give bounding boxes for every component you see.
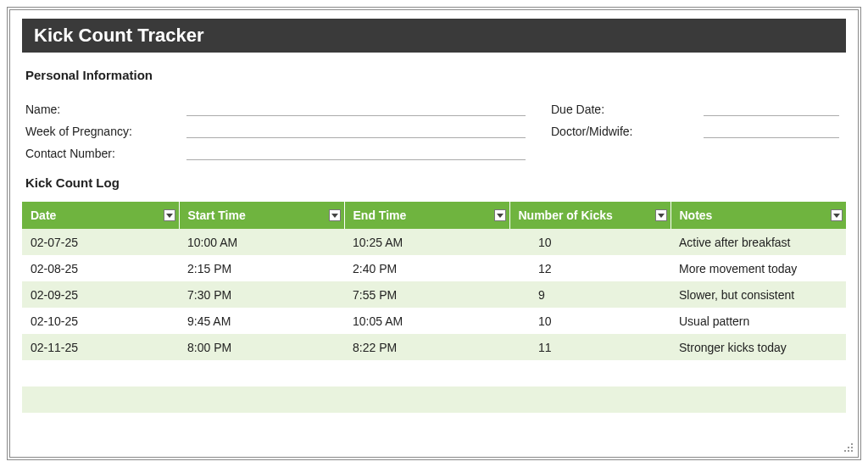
table-row (22, 386, 846, 413)
column-header-notes[interactable]: Notes (670, 202, 846, 229)
table-header-row: Date Start Time End Time Number of Kicks (22, 202, 846, 229)
column-header-start[interactable]: Start Time (179, 202, 344, 229)
cell-notes[interactable]: Usual pattern (670, 308, 846, 334)
input-line-name[interactable] (186, 101, 526, 116)
cell-kicks[interactable]: 9 (509, 281, 670, 308)
cell-end[interactable]: 10:05 AM (344, 308, 509, 334)
info-row-contact: Contact Number: (25, 138, 526, 160)
info-row-week: Week of Pregnancy: (25, 116, 526, 138)
cell-start[interactable]: 9:45 AM (179, 308, 344, 334)
column-header-end[interactable]: End Time (344, 202, 509, 229)
table-row: 02-07-2510:00 AM10:25 AM10Active after b… (22, 229, 846, 255)
cell-end[interactable] (344, 413, 509, 439)
table-row: 02-10-259:45 AM10:05 AM10Usual pattern (22, 308, 846, 334)
svg-rect-5 (851, 450, 853, 452)
input-line-week[interactable] (186, 123, 526, 138)
filter-dropdown-icon[interactable] (494, 209, 506, 221)
cell-date[interactable]: 02-08-25 (22, 255, 179, 281)
svg-rect-4 (848, 450, 849, 452)
column-label: Date (31, 208, 56, 222)
cell-notes[interactable]: Active after breakfast (670, 229, 846, 255)
cell-notes[interactable] (670, 386, 846, 413)
table-row: 02-11-258:00 PM8:22 PM11Stronger kicks t… (22, 334, 846, 360)
cell-kicks[interactable] (509, 386, 670, 413)
info-row-due: Due Date: (551, 94, 843, 116)
input-line-doctor[interactable] (704, 123, 839, 138)
column-header-date[interactable]: Date (22, 202, 179, 229)
filter-dropdown-icon[interactable] (164, 209, 175, 221)
column-label: End Time (353, 208, 407, 222)
cell-start[interactable] (179, 360, 344, 386)
column-header-kicks[interactable]: Number of Kicks (509, 202, 670, 229)
cell-end[interactable]: 8:22 PM (344, 334, 509, 360)
cell-end[interactable] (344, 360, 509, 386)
input-line-contact[interactable] (186, 145, 526, 160)
svg-rect-1 (848, 447, 849, 448)
personal-info-right-column: Due Date: Doctor/Midwife: (551, 94, 843, 160)
info-row-name: Name: (25, 94, 526, 116)
cell-date[interactable] (22, 386, 179, 413)
filter-dropdown-icon[interactable] (329, 209, 341, 221)
table-row (22, 360, 846, 386)
cell-start[interactable]: 8:00 PM (179, 334, 344, 360)
table-row (22, 413, 846, 439)
cell-start[interactable] (179, 386, 344, 413)
column-label: Start Time (188, 208, 246, 222)
cell-start[interactable]: 7:30 PM (179, 281, 344, 308)
label-due: Due Date: (551, 103, 704, 116)
cell-kicks[interactable] (509, 360, 670, 386)
cell-end[interactable]: 10:25 AM (344, 229, 509, 255)
svg-rect-2 (851, 447, 853, 448)
cell-kicks[interactable]: 11 (509, 334, 670, 360)
cell-kicks[interactable] (509, 413, 670, 439)
cell-date[interactable] (22, 360, 179, 386)
cell-kicks[interactable]: 10 (509, 308, 670, 334)
cell-date[interactable]: 02-09-25 (22, 281, 179, 308)
column-label: Number of Kicks (519, 208, 613, 222)
document-outer-frame: Kick Count Tracker Personal Information … (7, 7, 861, 460)
label-doctor: Doctor/Midwife: (551, 125, 704, 138)
cell-notes[interactable] (670, 413, 846, 439)
section-heading-log: Kick Count Log (25, 175, 846, 190)
label-name: Name: (25, 103, 186, 116)
cell-end[interactable]: 2:40 PM (344, 255, 509, 281)
resize-grip-icon[interactable] (844, 443, 854, 453)
column-label: Notes (680, 208, 713, 222)
filter-dropdown-icon[interactable] (655, 209, 667, 221)
cell-date[interactable]: 02-11-25 (22, 334, 179, 360)
filter-dropdown-icon[interactable] (831, 209, 843, 221)
cell-date[interactable] (22, 413, 179, 439)
label-week: Week of Pregnancy: (25, 125, 186, 138)
kick-log-table: Date Start Time End Time Number of Kicks (22, 202, 846, 439)
cell-notes[interactable]: Stronger kicks today (670, 334, 846, 360)
section-heading-personal: Personal Information (25, 68, 846, 82)
table-row: 02-09-257:30 PM7:55 PM9Slower, but consi… (22, 281, 846, 308)
info-row-doctor: Doctor/Midwife: (551, 116, 843, 138)
cell-start[interactable] (179, 413, 344, 439)
cell-kicks[interactable]: 12 (509, 255, 670, 281)
page-title: Kick Count Tracker (22, 19, 846, 53)
cell-notes[interactable] (670, 360, 846, 386)
input-line-due[interactable] (704, 101, 839, 116)
cell-kicks[interactable]: 10 (509, 229, 670, 255)
cell-end[interactable] (344, 386, 509, 413)
cell-end[interactable]: 7:55 PM (344, 281, 509, 308)
personal-info-block: Name: Week of Pregnancy: Contact Number:… (22, 94, 846, 160)
cell-start[interactable]: 10:00 AM (179, 229, 344, 255)
personal-info-left-column: Name: Week of Pregnancy: Contact Number: (25, 94, 526, 160)
svg-rect-3 (844, 450, 846, 452)
cell-date[interactable]: 02-10-25 (22, 308, 179, 334)
document-inner-frame: Kick Count Tracker Personal Information … (9, 9, 859, 458)
svg-rect-0 (851, 443, 853, 445)
cell-notes[interactable]: Slower, but consistent (670, 281, 846, 308)
cell-date[interactable]: 02-07-25 (22, 229, 179, 255)
cell-start[interactable]: 2:15 PM (179, 255, 344, 281)
label-contact: Contact Number: (25, 147, 186, 160)
cell-notes[interactable]: More movement today (670, 255, 846, 281)
table-row: 02-08-252:15 PM2:40 PM12More movement to… (22, 255, 846, 281)
